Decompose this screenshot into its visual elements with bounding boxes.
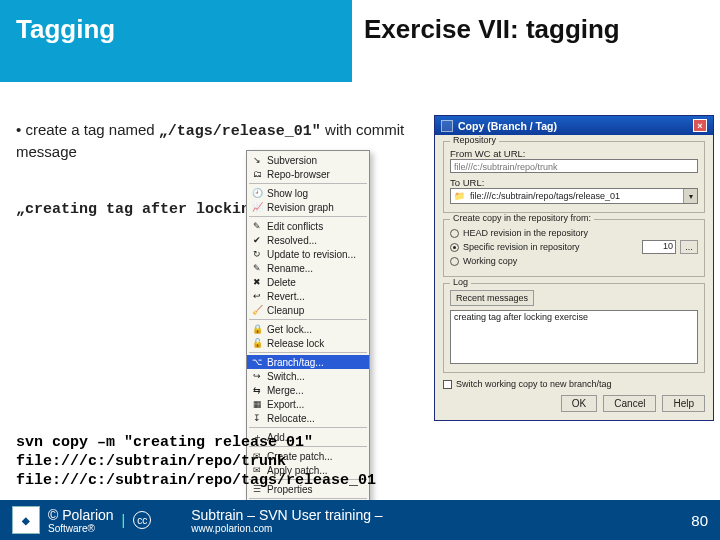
help-button[interactable]: Help	[662, 395, 705, 412]
menu-item[interactable]: ✖Delete	[247, 275, 369, 289]
radio-wc[interactable]: Working copy	[450, 256, 698, 266]
menu-item-icon: 🧹	[251, 304, 263, 316]
to-url-combo[interactable]: 📁 file:///c:/subtrain/repo/tags/release_…	[450, 188, 698, 204]
menu-item-label: Switch...	[267, 371, 305, 382]
cancel-button[interactable]: Cancel	[603, 395, 656, 412]
menu-item-label: Export...	[267, 399, 304, 410]
chevron-down-icon[interactable]: ▾	[683, 189, 697, 203]
log-group: Log Recent messages creating tag after l…	[443, 283, 705, 373]
tag-name: „/tags/release_01"	[159, 123, 321, 140]
dialog-icon	[441, 120, 453, 132]
repository-group: Repository From WC at URL: file///c:/sub…	[443, 141, 705, 213]
copy-branch-tag-dialog: Copy (Branch / Tag) × Repository From WC…	[434, 115, 714, 421]
menu-item-label: Resolved...	[267, 235, 317, 246]
cmd-line-3: file:///c:/subtrain/repo/tags/release_01	[16, 472, 376, 491]
menu-item[interactable]: ↻Update to revision...	[247, 247, 369, 261]
menu-item-label: Revert...	[267, 291, 305, 302]
menu-item[interactable]: 🔓Release lock	[247, 336, 369, 350]
to-url-label: To URL:	[450, 177, 698, 188]
revision-input[interactable]: 10	[642, 240, 676, 254]
cmd-line-2: file:///c:/subtrain/repo/trunk	[16, 453, 376, 472]
page-number: 80	[691, 512, 708, 529]
footer-center-text-2: www.polarion.com	[191, 523, 691, 534]
menu-item[interactable]: 📈Revision graph	[247, 200, 369, 214]
menu-item-label: Release lock	[267, 338, 324, 349]
to-url-value: file:///c:/subtrain/repo/tags/release_01	[467, 191, 683, 201]
menu-item-icon: ✔	[251, 234, 263, 246]
menu-item-icon: ↩	[251, 290, 263, 302]
from-label: From WC at URL:	[450, 148, 698, 159]
menu-item-label: Delete	[267, 277, 296, 288]
switch-working-copy-check[interactable]: Switch working copy to new branch/tag	[443, 379, 705, 389]
body-text: • create a tag named „/tags/release_01" …	[16, 120, 436, 169]
cc-icon: cc	[133, 511, 151, 529]
footer-copyright: © Polarion	[48, 507, 114, 523]
footer-copyright-2: Software®	[48, 523, 114, 534]
menu-item-label: Relocate...	[267, 413, 315, 424]
menu-item-icon: ✖	[251, 276, 263, 288]
menu-item-icon: 🗂	[251, 168, 263, 180]
log-text-area[interactable]: creating tag after locking exercise	[450, 310, 698, 364]
browse-revision-button[interactable]: ...	[680, 240, 698, 254]
footer-separator: |	[122, 512, 126, 528]
recent-messages-button[interactable]: Recent messages	[450, 290, 534, 306]
radio-specific[interactable]: Specific revision in repository 10 ...	[450, 240, 698, 254]
source-group: Create copy in the repository from: HEAD…	[443, 219, 705, 277]
radio-head[interactable]: HEAD revision in the repository	[450, 228, 698, 238]
menu-item-icon: ↘	[251, 154, 263, 166]
bullet-prefix: • create a tag named	[16, 121, 159, 138]
menu-item[interactable]: ↩Revert...	[247, 289, 369, 303]
folder-icon: 📁	[453, 190, 465, 202]
menu-item-icon: 🕘	[251, 187, 263, 199]
close-icon[interactable]: ×	[693, 119, 707, 132]
menu-item-icon: 🔓	[251, 337, 263, 349]
log-legend: Log	[450, 277, 471, 287]
menu-item[interactable]: ✎Edit conflicts	[247, 219, 369, 233]
menu-item-icon: ✎	[251, 262, 263, 274]
menu-item-icon: ⇆	[251, 384, 263, 396]
cmd-line-1: svn copy –m "creating release 01"	[16, 434, 376, 453]
radio-head-label: HEAD revision in the repository	[463, 228, 588, 238]
menu-item[interactable]: ↘Subversion	[247, 153, 369, 167]
ok-button[interactable]: OK	[561, 395, 597, 412]
menu-item-label: Rename...	[267, 263, 313, 274]
menu-item-icon: 🔒	[251, 323, 263, 335]
menu-item[interactable]: ⌥Branch/tag...	[247, 355, 369, 369]
menu-item[interactable]: ✎Rename...	[247, 261, 369, 275]
dialog-titlebar[interactable]: Copy (Branch / Tag) ×	[435, 116, 713, 135]
menu-item[interactable]: 🔒Get lock...	[247, 322, 369, 336]
from-url: file///c:/subtrain/repo/trunk	[450, 159, 698, 173]
menu-item-label: Show log	[267, 188, 308, 199]
menu-item[interactable]: ▦Export...	[247, 397, 369, 411]
menu-item[interactable]: ↪Switch...	[247, 369, 369, 383]
menu-item-label: Repo-browser	[267, 169, 330, 180]
footer-center-text: Subtrain – SVN User training –	[191, 507, 691, 523]
slide-footer: ◆ © Polarion Software® | cc Subtrain – S…	[0, 500, 720, 540]
repository-legend: Repository	[450, 135, 499, 145]
menu-item[interactable]: ⇆Merge...	[247, 383, 369, 397]
menu-item-icon: ↪	[251, 370, 263, 382]
menu-item[interactable]: 🗂Repo-browser	[247, 167, 369, 181]
svn-command-block: svn copy –m "creating release 01" file:/…	[16, 434, 376, 490]
switch-check-label: Switch working copy to new branch/tag	[456, 379, 612, 389]
slide-header: Tagging Exercise VII: tagging	[0, 0, 720, 82]
dialog-buttons: OK Cancel Help	[443, 395, 705, 412]
menu-item[interactable]: 🕘Show log	[247, 186, 369, 200]
commit-msg-text: „creating tag after locking exercise"	[16, 200, 436, 220]
menu-item-icon: ✎	[251, 220, 263, 232]
dialog-title: Copy (Branch / Tag)	[458, 120, 557, 132]
menu-item-label: Revision graph	[267, 202, 334, 213]
header-right-title: Exercise VII: tagging	[352, 0, 720, 82]
header-left-title: Tagging	[0, 0, 352, 82]
menu-item[interactable]: ✔Resolved...	[247, 233, 369, 247]
radio-wc-label: Working copy	[463, 256, 517, 266]
menu-item-icon: ⌥	[251, 356, 263, 368]
menu-item[interactable]: ↧Relocate...	[247, 411, 369, 425]
commit-msg: „creating tag after locking exercise"	[16, 200, 436, 226]
menu-item-label: Branch/tag...	[267, 357, 324, 368]
menu-item[interactable]: 🧹Cleanup	[247, 303, 369, 317]
radio-specific-label: Specific revision in repository	[463, 242, 580, 252]
menu-item-icon: ↻	[251, 248, 263, 260]
menu-item-label: Update to revision...	[267, 249, 356, 260]
polarion-logo-icon: ◆	[12, 506, 40, 534]
